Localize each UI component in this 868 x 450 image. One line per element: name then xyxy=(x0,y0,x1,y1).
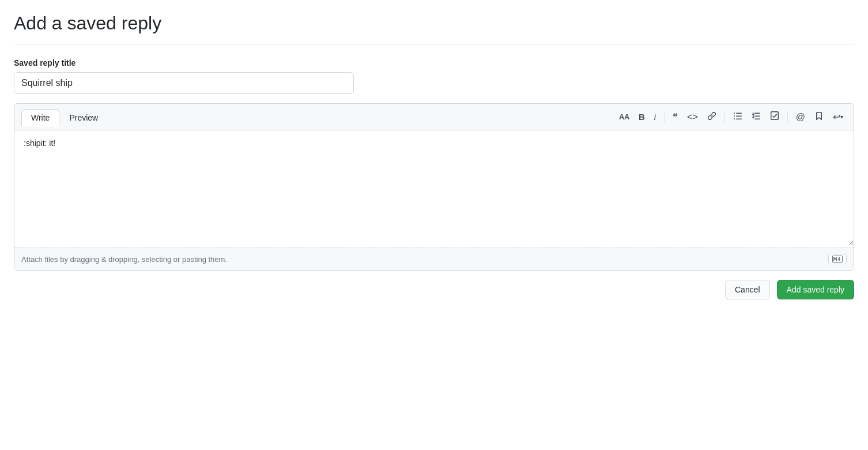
toolbar-sep-3 xyxy=(787,111,788,123)
code-button[interactable]: <> xyxy=(684,110,701,124)
title-divider xyxy=(14,44,854,44)
reply-button[interactable]: ↩ ▾ xyxy=(829,110,847,124)
quote-icon: ❝ xyxy=(673,112,678,122)
reply-chevron-icon: ▾ xyxy=(840,114,843,120)
editor-body: :shipit: it! xyxy=(14,130,854,247)
mention-button[interactable]: @ xyxy=(792,110,809,124)
editor-tabs: Write Preview xyxy=(21,108,108,125)
ordered-list-button[interactable] xyxy=(748,109,764,125)
editor-container: Write Preview AA B i ❝ <> xyxy=(14,103,854,271)
editor-toolbar: AA B i ❝ <> xyxy=(616,109,847,125)
link-icon xyxy=(707,111,716,122)
mention-icon: @ xyxy=(796,112,805,122)
toolbar-sep-1 xyxy=(664,111,665,123)
ordered-list-icon xyxy=(752,111,761,122)
attach-hint: Attach files by dragging & dropping, sel… xyxy=(21,255,227,264)
title-input[interactable] xyxy=(14,72,354,94)
title-label: Saved reply title xyxy=(14,58,854,68)
italic-icon: i xyxy=(654,112,656,121)
unordered-list-icon xyxy=(733,111,742,122)
code-icon: <> xyxy=(687,112,698,122)
bold-button[interactable]: B xyxy=(635,110,648,123)
quote-button[interactable]: ❝ xyxy=(669,110,681,124)
task-list-button[interactable] xyxy=(767,109,783,125)
tab-write[interactable]: Write xyxy=(21,109,59,126)
tab-preview[interactable]: Preview xyxy=(59,109,108,126)
editor-textarea[interactable]: :shipit: it! xyxy=(14,130,854,246)
link-button[interactable] xyxy=(704,109,720,125)
task-list-icon xyxy=(770,111,779,122)
bold-icon: B xyxy=(639,112,645,121)
editor-footer: Attach files by dragging & dropping, sel… xyxy=(14,247,854,270)
italic-button[interactable]: i xyxy=(651,110,659,123)
reply-icon: ↩ xyxy=(833,112,840,122)
editor-header: Write Preview AA B i ❝ <> xyxy=(14,104,854,130)
text-size-button[interactable]: AA xyxy=(616,111,633,123)
cancel-button[interactable]: Cancel xyxy=(725,280,770,299)
bookmark-icon xyxy=(814,111,824,122)
add-saved-reply-button[interactable]: Add saved reply xyxy=(777,280,854,299)
toolbar-sep-2 xyxy=(724,111,725,123)
page-title: Add a saved reply xyxy=(14,12,854,35)
markdown-icon xyxy=(828,254,847,264)
form-actions: Cancel Add saved reply xyxy=(14,280,854,299)
unordered-list-button[interactable] xyxy=(730,109,746,125)
saved-replies-button[interactable] xyxy=(811,109,827,125)
text-size-icon: AA xyxy=(619,113,629,121)
